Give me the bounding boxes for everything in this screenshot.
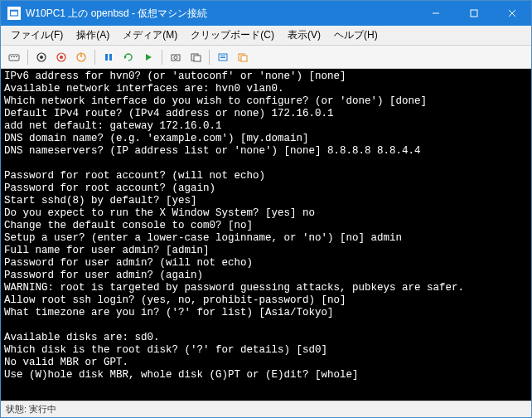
window-titlebar: W10PC1 上の openbsd - 仮想マシン接続 <box>1 1 531 26</box>
menu-help[interactable]: ヘルプ(H) <box>327 27 384 44</box>
svg-rect-1 <box>11 10 18 12</box>
close-button[interactable] <box>493 1 531 26</box>
svg-rect-6 <box>9 55 19 61</box>
minimize-button[interactable] <box>417 1 455 26</box>
reset-button[interactable] <box>120 49 137 66</box>
shutdown-button[interactable] <box>53 49 70 66</box>
svg-rect-28 <box>241 56 247 61</box>
snapshot-button[interactable] <box>167 49 184 66</box>
enhanced-session-button[interactable] <box>215 49 231 66</box>
share-button[interactable] <box>235 49 251 66</box>
menu-file[interactable]: ファイル(F) <box>4 27 70 44</box>
toolbar-separator <box>162 50 162 65</box>
window-controls <box>417 1 531 26</box>
terminal-output[interactable]: IPv6 address for hvn0? (or 'autoconf' or… <box>1 69 531 401</box>
ctrl-alt-del-button[interactable] <box>6 49 22 66</box>
status-bar: 状態: 実行中 <box>1 401 531 417</box>
status-value: 実行中 <box>29 403 56 416</box>
pause-button[interactable] <box>100 49 117 66</box>
toolbar-separator <box>94 50 95 65</box>
menu-clipboard[interactable]: クリップボード(C) <box>184 27 281 44</box>
maximize-button[interactable] <box>455 1 493 26</box>
svg-rect-9 <box>16 56 17 57</box>
toolbar-separator <box>209 50 210 65</box>
window-title: W10PC1 上の openbsd - 仮想マシン接続 <box>26 7 417 21</box>
toolbar-separator <box>27 50 28 65</box>
svg-rect-3 <box>471 10 477 17</box>
svg-rect-17 <box>109 54 112 61</box>
svg-rect-23 <box>194 56 201 61</box>
menu-action[interactable]: 操作(A) <box>70 27 116 44</box>
svg-rect-7 <box>11 56 12 57</box>
menu-media[interactable]: メディア(M) <box>116 27 184 44</box>
checkpoint-button[interactable] <box>140 49 157 66</box>
svg-rect-26 <box>220 57 225 58</box>
app-icon <box>7 7 21 20</box>
svg-rect-25 <box>220 56 225 56</box>
revert-button[interactable] <box>187 49 204 66</box>
svg-marker-19 <box>146 54 152 61</box>
menu-bar: ファイル(F) 操作(A) メディア(M) クリップボード(C) 表示(V) ヘ… <box>1 26 531 46</box>
svg-point-11 <box>40 56 43 59</box>
start-button[interactable] <box>33 49 50 66</box>
svg-rect-16 <box>105 54 108 61</box>
status-label: 状態: <box>6 403 27 416</box>
menu-view[interactable]: 表示(V) <box>281 27 327 44</box>
svg-point-21 <box>174 56 177 59</box>
svg-point-13 <box>60 56 63 59</box>
power-button[interactable] <box>73 49 89 66</box>
svg-rect-8 <box>13 56 15 57</box>
toolbar <box>1 46 531 69</box>
